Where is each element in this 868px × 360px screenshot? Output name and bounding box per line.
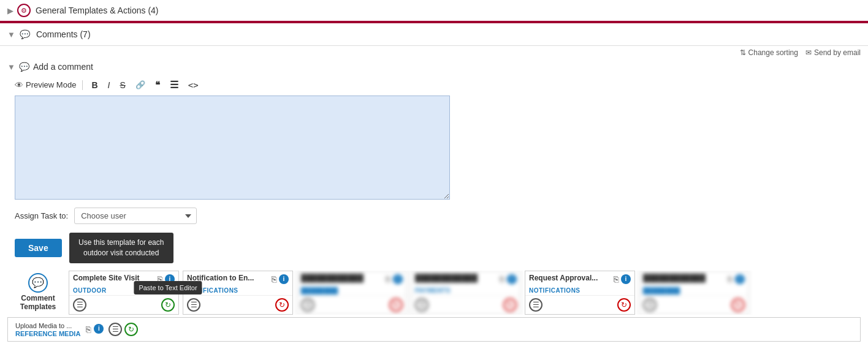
template-card-3-title: ████████████ bbox=[301, 274, 383, 283]
template-card-4-category: PAYMENTS bbox=[411, 286, 520, 295]
link-button[interactable]: 🔗 bbox=[133, 79, 148, 91]
upload-action-icons: ☰ ↻ bbox=[108, 323, 138, 336]
template-card-1-category: OUTDOOR bbox=[69, 286, 178, 295]
template-tooltip: Use this template for each outdoor visit… bbox=[69, 233, 173, 263]
template-card-2-menu[interactable]: ☰ bbox=[187, 298, 200, 312]
template-card-4-title: ████████████ bbox=[415, 274, 497, 283]
template-card-4-info: i bbox=[507, 274, 517, 284]
templates-label: 💬 CommentTemplates bbox=[7, 271, 69, 311]
template-card-5-copy[interactable]: ⎘ bbox=[613, 274, 619, 285]
italic-button[interactable]: I bbox=[105, 79, 113, 91]
template-card-3-info: i bbox=[393, 274, 403, 284]
template-card-6: ████████████ ⎘ i ████████ ☰ ↻ bbox=[639, 271, 749, 315]
text-editor-area bbox=[15, 96, 853, 201]
upload-label: Upload Media to ... REFERENCE MEDIA bbox=[15, 321, 80, 337]
comments-bar: ▼ 💬 Comments (7) bbox=[0, 23, 868, 46]
template-card-3-category: ████████ bbox=[297, 286, 406, 295]
list-button[interactable]: ☰ bbox=[167, 78, 181, 92]
preview-mode-label: Preview Mode bbox=[26, 80, 76, 89]
upload-paste-icon[interactable]: ↻ bbox=[124, 323, 138, 336]
template-card-5-title: Request Approval... bbox=[529, 274, 611, 283]
template-card-3: ████████████ ⎘ i ████████ ☰ ↻ bbox=[297, 271, 407, 315]
general-templates-arrow[interactable]: ▶ bbox=[7, 6, 13, 15]
template-card-2-actions: ☰ ↻ bbox=[183, 295, 292, 314]
save-row: Save Use this template for each outdoor … bbox=[0, 230, 868, 268]
upload-info-icon[interactable]: i bbox=[94, 324, 104, 334]
template-card-2-paste[interactable]: ↻ bbox=[275, 298, 289, 312]
templates-section: 💬 CommentTemplates Complete Site Visit ⎘… bbox=[0, 268, 868, 315]
comments-arrow[interactable]: ▼ bbox=[7, 30, 15, 39]
general-templates-title: General Templates & Actions (4) bbox=[36, 6, 159, 15]
comments-title: Comments (7) bbox=[36, 29, 91, 39]
template-card-2-icons: ⎘ i bbox=[271, 274, 289, 285]
template-card-2-info[interactable]: i bbox=[279, 274, 289, 284]
sort-icon: ⇅ bbox=[740, 48, 746, 57]
bold-button[interactable]: B bbox=[89, 79, 100, 91]
template-card-3-icons: ⎘ i bbox=[385, 274, 403, 285]
template-card-6-paste: ↻ bbox=[731, 298, 745, 312]
add-comment-arrow[interactable]: ▼ bbox=[7, 62, 15, 72]
actions-bar: ⇅ Change sorting ✉ Send by email bbox=[0, 46, 868, 59]
template-card-6-copy: ⎘ bbox=[727, 274, 733, 285]
template-card-5-category: NOTIFICATIONS bbox=[525, 286, 634, 295]
template-card-1: Complete Site Visit ⎘ i OUTDOOR ☰ ↻ Past… bbox=[69, 271, 179, 315]
template-card-6-category: ████████ bbox=[639, 286, 748, 295]
save-button[interactable]: Save bbox=[15, 239, 62, 257]
upload-media-label: Upload Media to ... bbox=[15, 322, 72, 329]
template-card-3-copy: ⎘ bbox=[385, 274, 391, 285]
change-sorting-button[interactable]: ⇅ Change sorting bbox=[740, 48, 798, 57]
template-card-1-copy[interactable]: ⎘ bbox=[157, 274, 163, 285]
assign-user-select[interactable]: Choose user bbox=[74, 208, 197, 224]
template-card-4-copy: ⎘ bbox=[499, 274, 505, 285]
send-by-email-button[interactable]: ✉ Send by email bbox=[805, 48, 861, 57]
template-card-1-paste[interactable]: ↻ bbox=[161, 298, 175, 312]
email-icon: ✉ bbox=[805, 48, 812, 57]
paste-tooltip-container: ↻ Paste to Text Editor bbox=[161, 298, 175, 312]
template-card-6-info: i bbox=[735, 274, 745, 284]
template-card-4-actions: ☰ ↻ bbox=[411, 295, 520, 314]
template-card-3-menu: ☰ bbox=[301, 298, 314, 312]
quote-button[interactable]: ❝ bbox=[153, 78, 162, 92]
template-card-6-menu: ☰ bbox=[643, 298, 657, 312]
template-card-6-icons: ⎘ i bbox=[727, 274, 745, 285]
template-card-2: Notification to En... ⎘ i NOTIFICATIONS … bbox=[183, 271, 293, 315]
templates-icon: 💬 bbox=[28, 273, 48, 293]
template-card-1-actions: ☰ ↻ Paste to Text Editor bbox=[69, 295, 178, 314]
code-button[interactable]: <> bbox=[186, 79, 201, 91]
assign-task-label: Assign Task to: bbox=[15, 211, 68, 220]
toolbar-separator bbox=[82, 80, 83, 90]
template-card-1-menu[interactable]: ☰ bbox=[73, 298, 86, 312]
template-card-5-info[interactable]: i bbox=[621, 274, 631, 284]
template-card-4-menu: ☰ bbox=[415, 298, 428, 312]
template-card-3-actions: ☰ ↻ bbox=[297, 295, 406, 314]
preview-mode-toggle[interactable]: 👁 Preview Mode bbox=[15, 80, 76, 90]
template-card-4-icons: ⎘ i bbox=[499, 274, 517, 285]
template-cards-container: Complete Site Visit ⎘ i OUTDOOR ☰ ↻ Past… bbox=[69, 271, 861, 315]
template-card-6-title: ████████████ bbox=[643, 274, 725, 283]
upload-section: Upload Media to ... REFERENCE MEDIA ⎘ i … bbox=[7, 317, 861, 342]
add-comment-label: Add a comment bbox=[33, 62, 93, 72]
upload-menu-icon[interactable]: ☰ bbox=[108, 323, 122, 336]
comment-textarea[interactable] bbox=[15, 96, 450, 200]
template-card-6-actions: ☰ ↻ bbox=[639, 295, 748, 314]
comments-bubble-icon: 💬 bbox=[19, 28, 31, 40]
template-card-1-info[interactable]: i bbox=[165, 274, 175, 284]
editor-toolbar: 👁 Preview Mode B I S 🔗 ❝ ☰ <> bbox=[0, 74, 868, 96]
assign-task-row: Assign Task to: Choose user bbox=[0, 201, 868, 230]
template-card-5-icons: ⎘ i bbox=[613, 274, 631, 285]
template-card-4: ████████████ ⎘ i PAYMENTS ☰ ↻ bbox=[411, 271, 521, 315]
upload-copy-button[interactable]: ⎘ bbox=[85, 324, 91, 335]
template-card-5-paste[interactable]: ↻ bbox=[617, 298, 631, 312]
template-card-2-copy[interactable]: ⎘ bbox=[271, 274, 277, 285]
general-templates-icon: ⚙ bbox=[17, 4, 31, 17]
template-card-5-actions: ☰ ↻ bbox=[525, 295, 634, 314]
add-comment-bubble-icon: 💬 bbox=[19, 62, 29, 72]
template-card-5-menu[interactable]: ☰ bbox=[529, 298, 542, 312]
template-card-2-category: NOTIFICATIONS bbox=[183, 286, 292, 295]
template-card-4-paste: ↻ bbox=[503, 298, 517, 312]
general-templates-bar: ▶ ⚙ General Templates & Actions (4) bbox=[0, 0, 868, 22]
reference-media-label: REFERENCE MEDIA bbox=[15, 330, 80, 337]
template-card-5: Request Approval... ⎘ i NOTIFICATIONS ☰ … bbox=[525, 271, 635, 315]
strikethrough-button[interactable]: S bbox=[117, 79, 128, 91]
add-comment-row: ▼ 💬 Add a comment bbox=[0, 59, 868, 74]
